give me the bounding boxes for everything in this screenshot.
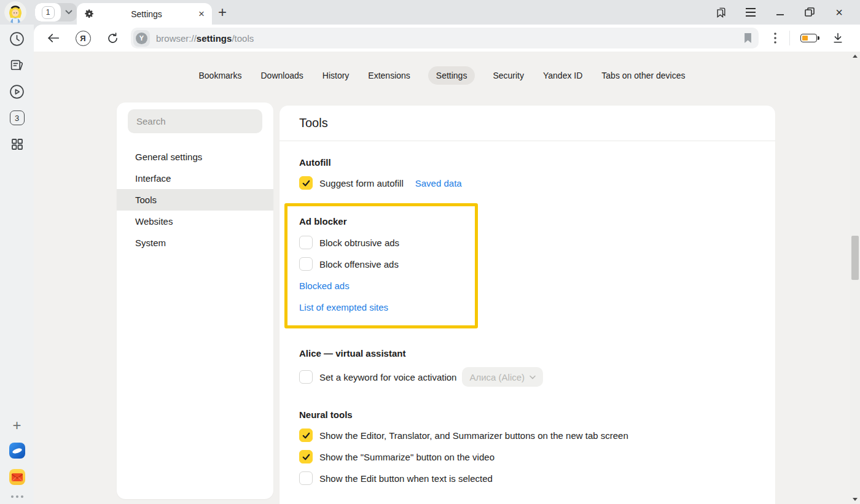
battery-saver-button[interactable] [794, 25, 823, 52]
url-scheme: browser:// [156, 33, 197, 44]
restore-icon [805, 7, 815, 17]
neural-editor-checkbox[interactable] [299, 428, 313, 442]
scroll-up-arrow[interactable] [853, 55, 858, 58]
block-obtrusive-label: Block obtrusive ads [319, 238, 399, 248]
nav-tab-yandex-id[interactable]: Yandex ID [542, 66, 584, 85]
yandex-disk-app-icon[interactable] [9, 443, 25, 459]
checkmark-icon [302, 432, 311, 440]
panel-header: Tools [280, 106, 775, 141]
checkmark-icon [302, 453, 311, 461]
panels-icon [715, 6, 727, 18]
envelope-icon [12, 473, 23, 481]
suggest-autofill-checkbox[interactable] [299, 176, 313, 190]
alice-keyword-dropdown[interactable]: Алиса (Alice) [462, 367, 543, 387]
url-text[interactable]: browser://settings/tools [156, 33, 743, 44]
nav-tab-downloads[interactable]: Downloads [260, 66, 305, 85]
neural-edit-checkbox[interactable] [299, 471, 313, 485]
battery-icon [800, 34, 817, 42]
neural-tools-section: Neural tools Show the Editor, Translator… [299, 409, 756, 485]
neural-editor-label: Show the Editor, Translator, and Summari… [319, 430, 628, 441]
settings-category-list: General settings Interface Tools Website… [117, 146, 273, 254]
alice-avatar-icon [4, 1, 26, 23]
browser-side-rail: 3 + [0, 25, 34, 504]
services-button[interactable] [9, 136, 25, 152]
documents-icon [9, 58, 25, 73]
nav-tab-bookmarks[interactable]: Bookmarks [197, 66, 243, 85]
scrollbar-thumb[interactable] [851, 236, 859, 280]
category-system[interactable]: System [117, 232, 273, 254]
settings-search[interactable] [128, 109, 262, 133]
block-offensive-checkbox[interactable] [299, 257, 313, 271]
address-bar[interactable]: Y browser://settings/tools [131, 28, 759, 48]
window-controls: × [706, 0, 854, 25]
settings-category-panel: General settings Interface Tools Website… [117, 103, 273, 499]
menu-button[interactable] [736, 0, 765, 25]
yandex-search-button[interactable]: Я [68, 25, 98, 52]
profile-avatar[interactable] [4, 1, 26, 23]
gear-icon [84, 9, 95, 19]
search-input[interactable] [136, 116, 254, 126]
blocked-ads-link[interactable]: Blocked ads [299, 279, 475, 292]
neural-tools-heading: Neural tools [299, 409, 756, 420]
page-title: Tools [299, 116, 328, 130]
more-apps-button[interactable] [11, 495, 23, 498]
video-button[interactable] [9, 83, 25, 99]
yandex-ya-icon: Я [76, 31, 91, 46]
nav-tab-history[interactable]: History [321, 66, 351, 85]
neural-edit-label: Show the Edit button when text is select… [319, 473, 493, 484]
scroll-down-arrow[interactable] [853, 498, 858, 501]
history-button[interactable] [9, 31, 25, 47]
active-tab[interactable]: Settings × [77, 3, 212, 25]
page-scrollbar[interactable] [850, 52, 860, 504]
block-offensive-label: Block offensive ads [319, 259, 399, 269]
nav-tab-other-devices[interactable]: Tabs on other devices [600, 66, 686, 85]
settings-page: Bookmarks Downloads History Extensions S… [34, 52, 860, 504]
feed-button[interactable] [9, 57, 25, 73]
tabs-panel-button[interactable]: 3 [9, 110, 25, 126]
tab-title: Settings [95, 9, 198, 19]
alice-heading: Alice — virtual assistant [299, 348, 756, 359]
nav-tab-extensions[interactable]: Extensions [367, 66, 411, 85]
category-websites[interactable]: Websites [117, 211, 273, 232]
neural-summarize-checkbox[interactable] [299, 450, 313, 463]
add-panel-button[interactable]: + [12, 417, 21, 434]
settings-nav-tabs: Bookmarks Downloads History Extensions S… [34, 66, 850, 85]
ad-blocker-heading: Ad blocker [299, 216, 475, 227]
side-panels-button[interactable] [706, 0, 736, 25]
tab-list-dropdown[interactable] [61, 3, 77, 21]
restore-button[interactable] [795, 0, 824, 25]
exempted-sites-link[interactable]: List of exempted sites [299, 301, 475, 314]
neural-row-summarize: Show the "Summarize" button on the video [299, 450, 756, 463]
minimize-button[interactable] [765, 0, 795, 25]
autofill-heading: Autofill [299, 157, 756, 168]
nav-tab-settings[interactable]: Settings [428, 66, 475, 85]
bookmark-flag-icon[interactable] [743, 33, 752, 44]
back-button[interactable] [39, 25, 68, 52]
download-icon [832, 32, 844, 44]
yandex-mail-app-icon[interactable] [9, 469, 25, 485]
category-tools[interactable]: Tools [117, 189, 273, 211]
close-tab-icon[interactable]: × [198, 9, 205, 19]
category-general-settings[interactable]: General settings [117, 146, 273, 168]
alice-keyword-checkbox[interactable] [299, 370, 313, 384]
tab-count-badge: 1 [42, 6, 55, 19]
suggest-autofill-row: Suggest form autofill Saved data [299, 176, 756, 190]
downloads-button[interactable] [823, 25, 853, 52]
new-tab-button[interactable]: + [218, 5, 227, 20]
saved-data-link[interactable]: Saved data [415, 178, 462, 188]
grid-icon [10, 137, 25, 152]
site-badge[interactable]: Y [133, 30, 150, 47]
browser-toolbar: Я Y browser://settings/tools [34, 25, 860, 52]
disk-swoosh [12, 448, 22, 455]
more-options-button[interactable] [765, 25, 786, 52]
chevron-down-icon [530, 375, 536, 379]
block-obtrusive-checkbox[interactable] [299, 236, 313, 249]
tab-counter-count[interactable]: 1 [35, 3, 61, 21]
nav-tab-security[interactable]: Security [491, 66, 525, 85]
close-window-button[interactable]: × [824, 0, 854, 25]
tab-strip: 1 Settings × + [0, 0, 860, 25]
reload-button[interactable] [98, 25, 127, 52]
category-interface[interactable]: Interface [117, 168, 273, 189]
autofill-section: Autofill Suggest form autofill Saved dat… [299, 157, 756, 190]
tab-counter[interactable]: 1 [35, 3, 77, 21]
